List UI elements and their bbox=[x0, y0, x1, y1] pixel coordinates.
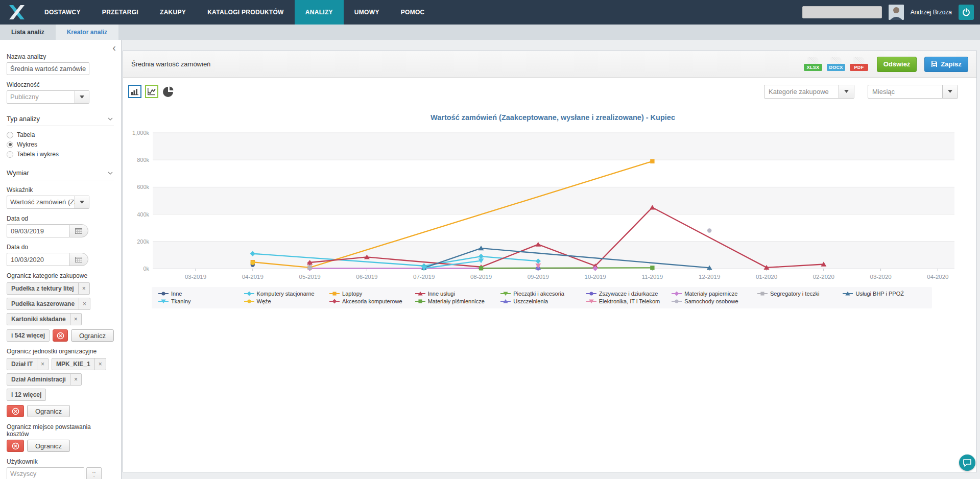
date-to-input[interactable] bbox=[7, 253, 69, 266]
legend-item[interactable]: Inne usługi bbox=[415, 291, 498, 297]
limit-cost-centers-button[interactable]: Ogranicz bbox=[27, 440, 70, 452]
limit-categories-button[interactable]: Ogranicz bbox=[71, 329, 114, 342]
legend-item[interactable]: Akcesoria komputerowe bbox=[329, 298, 413, 304]
analysis-settings-sidebar: ‹ Nazwa analizy Widoczność Publiczny Typ… bbox=[0, 40, 122, 479]
legend-item[interactable]: Laptopy bbox=[329, 291, 413, 297]
legend-label: Usługi BHP i PPOŻ bbox=[855, 291, 904, 297]
legend-item[interactable]: Elektronika, IT i Telekom bbox=[586, 298, 670, 304]
chip-remove-icon[interactable]: × bbox=[94, 358, 106, 370]
name-label: Nazwa analizy bbox=[7, 53, 114, 60]
legend-marker-icon bbox=[415, 298, 426, 304]
nav-item-pomoc[interactable]: POMOC bbox=[390, 0, 436, 25]
nav-item-dostawcy[interactable]: DOSTAWCY bbox=[34, 0, 91, 25]
analysis-panel: Średnia wartość zamówień XLSX DOCX PDF O… bbox=[123, 51, 977, 472]
bar-chart-icon bbox=[131, 87, 139, 95]
chip-label: MPK_KIE_1 bbox=[52, 358, 94, 370]
line-chart[interactable]: 0k200k400k600k800k1,000k03-201904-201905… bbox=[126, 126, 974, 285]
nav-item-zakupy[interactable]: ZAKUPY bbox=[149, 0, 197, 25]
analysis-name-input[interactable] bbox=[7, 62, 89, 75]
org-unit-limit-actions: Ogranicz bbox=[7, 405, 114, 417]
user-name[interactable]: Andrzej Brzoza bbox=[911, 9, 952, 16]
legend-marker-icon bbox=[757, 291, 768, 297]
dropdown-arrow-icon bbox=[839, 85, 854, 98]
radio-tabela-i-wykres[interactable]: Tabela i wykres bbox=[7, 151, 114, 158]
legend-item[interactable]: Segregatory i teczki bbox=[757, 291, 841, 297]
interval-select[interactable]: Miesiąc bbox=[868, 85, 958, 99]
logout-button[interactable] bbox=[959, 5, 974, 20]
legend-item[interactable]: Tkaniny bbox=[158, 298, 242, 304]
chart-plot-area[interactable]: 0k200k400k600k800k1,000k03-201904-201905… bbox=[126, 126, 974, 285]
legend-item[interactable]: Uszczelnienia bbox=[500, 298, 584, 304]
legend-item[interactable]: Materiały piśmiennicze bbox=[415, 298, 498, 304]
app-logo[interactable] bbox=[0, 0, 34, 25]
sidebar-collapse-icon[interactable]: ‹ bbox=[112, 44, 116, 51]
nav-item-umowy[interactable]: UMOWY bbox=[344, 0, 390, 25]
clear-categories-button[interactable] bbox=[53, 329, 68, 342]
chip-remove-icon[interactable]: × bbox=[79, 298, 90, 309]
clear-cost-centers-button[interactable] bbox=[7, 440, 24, 452]
search-input[interactable] bbox=[802, 6, 882, 18]
chip-remove-icon[interactable]: × bbox=[70, 314, 81, 325]
org-units-limit-label: Ogranicz jednostki organizacyjne bbox=[7, 348, 114, 355]
calendar-button[interactable] bbox=[69, 253, 88, 266]
radio-tabela[interactable]: Tabela bbox=[7, 131, 114, 138]
dimension-select[interactable]: Kategorie zakupowe bbox=[764, 85, 854, 99]
legend-marker-icon bbox=[329, 298, 340, 304]
legend-label: Elektronika, IT i Telekom bbox=[599, 298, 660, 304]
nav-item-przetargi[interactable]: PRZETARGI bbox=[91, 0, 149, 25]
legend-item[interactable]: Zszywacze i dziurkacze bbox=[586, 291, 670, 297]
user-filter-input[interactable] bbox=[7, 467, 84, 479]
export-pdf-button[interactable]: PDF bbox=[850, 57, 868, 71]
nav-item-katalogi[interactable]: KATALOGI PRODUKTÓW bbox=[197, 0, 295, 25]
svg-text:800k: 800k bbox=[137, 157, 149, 163]
limit-org-units-button[interactable]: Ogranicz bbox=[27, 405, 70, 417]
legend-marker-icon bbox=[586, 298, 597, 304]
visibility-label: Widoczność bbox=[7, 81, 114, 88]
chart-type-pie-button[interactable] bbox=[162, 85, 175, 98]
legend-label: Samochody osobowe bbox=[684, 298, 738, 304]
calendar-button[interactable] bbox=[69, 224, 88, 237]
date-from-input[interactable] bbox=[7, 224, 69, 237]
chip-more-categories[interactable]: i 542 więcej bbox=[7, 329, 50, 342]
section-wymiar[interactable]: Wymiar bbox=[7, 169, 114, 180]
nav-item-analizy[interactable]: ANALIZY bbox=[295, 0, 344, 25]
legend-item[interactable]: Usługi BHP i PPOŻ bbox=[842, 291, 926, 297]
export-xlsx-button[interactable]: XLSX bbox=[804, 57, 822, 71]
radio-wykres[interactable]: Wykres bbox=[7, 141, 114, 148]
legend-column: LaptopyAkcesoria komputerowe bbox=[329, 291, 413, 304]
legend-item[interactable]: Węże bbox=[244, 298, 327, 304]
legend-item[interactable]: Materiały papiernicze bbox=[671, 291, 755, 297]
save-button[interactable]: Zapisz bbox=[924, 57, 968, 72]
chip-org-unit: MPK_KIE_1 × bbox=[52, 358, 106, 370]
legend-marker-icon bbox=[244, 298, 255, 304]
legend-item[interactable]: Komputery stacjonarne bbox=[244, 291, 327, 297]
radio-icon bbox=[7, 151, 13, 158]
logo-x-icon bbox=[9, 5, 25, 19]
dimension-value: Kategorie zakupowe bbox=[764, 85, 839, 98]
chart-type-bar-button[interactable] bbox=[128, 85, 141, 98]
visibility-select[interactable]: Publiczny bbox=[7, 90, 89, 104]
legend-label: Materiały piśmiennicze bbox=[428, 298, 485, 304]
user-picker-button[interactable]: ··· bbox=[86, 467, 102, 479]
indicator-select[interactable]: Wartość zamówień (Zaakcept bbox=[7, 196, 89, 209]
svg-text:04-2020: 04-2020 bbox=[927, 274, 948, 280]
legend-label: Węże bbox=[257, 298, 271, 304]
chip-remove-icon[interactable]: × bbox=[70, 374, 81, 385]
chart-type-line-button[interactable] bbox=[145, 85, 158, 98]
section-typ-analizy[interactable]: Typ analizy bbox=[7, 115, 114, 126]
refresh-button[interactable]: Odśwież bbox=[877, 57, 917, 72]
tab-lista-analiz[interactable]: Lista analiz bbox=[0, 25, 56, 40]
remove-circle-icon bbox=[12, 408, 19, 415]
legend-item[interactable]: Pieczątki i akcesoria bbox=[500, 291, 584, 297]
chip-more-org-units[interactable]: i 12 więcej bbox=[7, 389, 46, 401]
tab-kreator-analiz[interactable]: Kreator analiz bbox=[56, 25, 118, 40]
legend-item[interactable]: Samochody osobowe bbox=[671, 298, 755, 304]
chat-button[interactable] bbox=[959, 454, 975, 471]
legend-item[interactable]: Inne bbox=[158, 291, 242, 297]
chip-remove-icon[interactable]: × bbox=[37, 358, 48, 370]
chip-remove-icon[interactable]: × bbox=[78, 283, 89, 294]
dropdown-arrow-icon bbox=[75, 196, 89, 208]
export-docx-button[interactable]: DOCX bbox=[827, 57, 845, 71]
clear-org-units-button[interactable] bbox=[7, 405, 24, 417]
avatar[interactable] bbox=[889, 5, 904, 20]
